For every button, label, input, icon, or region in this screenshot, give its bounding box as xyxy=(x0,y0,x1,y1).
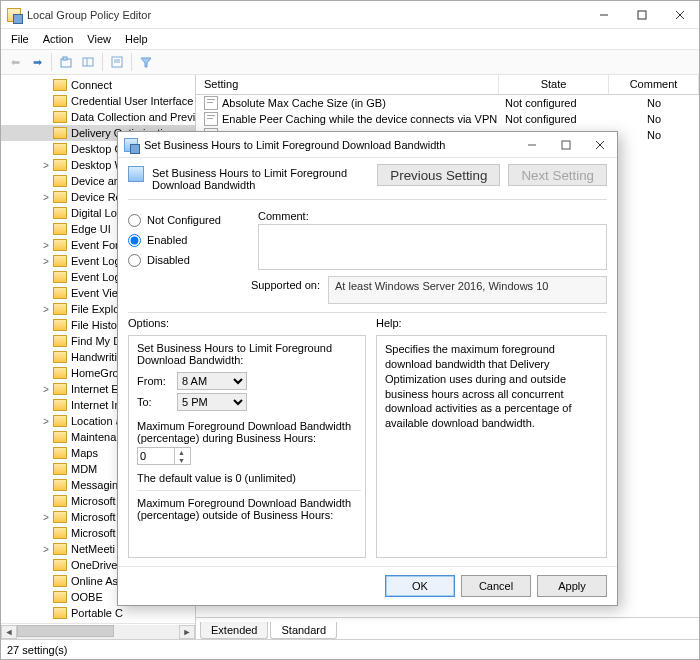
comment-input[interactable] xyxy=(258,224,607,270)
help-label: Help: xyxy=(366,317,607,329)
tree-item-label: Event For xyxy=(71,239,119,251)
tree-item-label: Location a xyxy=(71,415,122,427)
show-hide-icon[interactable] xyxy=(78,52,98,72)
svg-marker-11 xyxy=(141,58,151,67)
menu-action[interactable]: Action xyxy=(37,31,80,47)
menu-help[interactable]: Help xyxy=(119,31,154,47)
folder-icon xyxy=(53,287,67,299)
setting-name: Absolute Max Cache Size (in GB) xyxy=(222,97,499,109)
menu-file[interactable]: File xyxy=(5,31,35,47)
cancel-button[interactable]: Cancel xyxy=(461,575,531,597)
supported-value: At least Windows Server 2016, Windows 10 xyxy=(328,276,607,304)
folder-icon xyxy=(53,447,67,459)
col-setting[interactable]: Setting xyxy=(196,75,499,94)
folder-icon xyxy=(53,271,67,283)
tree-item[interactable]: Connect xyxy=(1,77,195,93)
setting-comment: No xyxy=(609,113,699,125)
max-obh-label: Maximum Foreground Download Bandwidth (p… xyxy=(137,497,361,521)
expand-icon[interactable]: > xyxy=(41,416,51,427)
expand-icon[interactable]: > xyxy=(41,384,51,395)
back-icon[interactable]: ⬅ xyxy=(5,52,25,72)
tree-item-label: Online As xyxy=(71,575,118,587)
expand-icon[interactable]: > xyxy=(41,160,51,171)
folder-icon xyxy=(53,383,67,395)
state-radios: Not Configured Enabled Disabled xyxy=(128,206,248,272)
folder-icon xyxy=(53,559,67,571)
radio-not-configured[interactable]: Not Configured xyxy=(128,210,248,230)
forward-icon[interactable]: ➡ xyxy=(27,52,47,72)
policy-name: Set Business Hours to Limit Foreground D… xyxy=(152,164,369,191)
expand-icon[interactable]: > xyxy=(41,240,51,251)
menubar: File Action View Help xyxy=(1,29,699,49)
next-setting-button[interactable]: Next Setting xyxy=(508,164,607,186)
tree-item[interactable]: Portable C xyxy=(1,605,195,621)
col-comment[interactable]: Comment xyxy=(609,75,699,94)
spin-up-icon[interactable]: ▲ xyxy=(174,448,188,456)
ok-button[interactable]: OK xyxy=(385,575,455,597)
tree-item-label: Internet In xyxy=(71,399,121,411)
default-note: The default value is 0 (unlimited) xyxy=(137,472,361,484)
tree-item-label: Microsoft xyxy=(71,495,116,507)
properties-icon[interactable] xyxy=(107,52,127,72)
from-select[interactable]: 8 AM xyxy=(177,372,247,390)
policy-dialog: Set Business Hours to Limit Foreground D… xyxy=(117,131,618,606)
tab-extended[interactable]: Extended xyxy=(200,622,268,639)
radio-disabled[interactable]: Disabled xyxy=(128,250,248,270)
folder-icon xyxy=(53,111,67,123)
expand-icon[interactable]: > xyxy=(41,304,51,315)
setting-comment: No xyxy=(609,129,699,141)
to-select[interactable]: 5 PM xyxy=(177,393,247,411)
list-row[interactable]: Enable Peer Caching while the device con… xyxy=(196,111,699,127)
up-icon[interactable] xyxy=(56,52,76,72)
spin-down-icon[interactable]: ▼ xyxy=(174,456,188,464)
expand-icon[interactable]: > xyxy=(41,512,51,523)
tree-item[interactable]: Data Collection and Preview xyxy=(1,109,195,125)
menu-view[interactable]: View xyxy=(81,31,117,47)
radio-enabled[interactable]: Enabled xyxy=(128,230,248,250)
expand-icon[interactable]: > xyxy=(41,544,51,555)
options-panel[interactable]: Set Business Hours to Limit Foreground D… xyxy=(128,335,366,558)
close-button[interactable] xyxy=(661,1,699,29)
folder-icon xyxy=(53,399,67,411)
svg-rect-6 xyxy=(83,58,93,66)
col-state[interactable]: State xyxy=(499,75,609,94)
dialog-minimize-button[interactable] xyxy=(515,132,549,158)
main-window: Local Group Policy Editor File Action Vi… xyxy=(0,0,700,660)
tree-item-label: Microsoft xyxy=(71,527,116,539)
tree-item-label: MDM xyxy=(71,463,97,475)
help-text: Specifies the maximum foreground downloa… xyxy=(385,343,572,429)
folder-icon xyxy=(53,511,67,523)
help-panel[interactable]: Specifies the maximum foreground downloa… xyxy=(376,335,607,558)
tree-scroll-right[interactable]: ► xyxy=(179,625,195,639)
minimize-button[interactable] xyxy=(585,1,623,29)
expand-icon[interactable]: > xyxy=(41,256,51,267)
max-bh-input[interactable]: ▲▼ xyxy=(137,447,191,465)
expand-icon[interactable]: > xyxy=(41,192,51,203)
tree-item-label: Device an xyxy=(71,175,120,187)
apply-button[interactable]: Apply xyxy=(537,575,607,597)
maximize-button[interactable] xyxy=(623,1,661,29)
tree-item-label: Maintena xyxy=(71,431,116,443)
tab-standard[interactable]: Standard xyxy=(270,622,337,639)
list-row[interactable]: Absolute Max Cache Size (in GB)Not confi… xyxy=(196,95,699,111)
tree-item-label: Digital Lo xyxy=(71,207,117,219)
svg-rect-5 xyxy=(63,57,67,60)
dialog-maximize-button[interactable] xyxy=(549,132,583,158)
tree-item-label: Event Vie xyxy=(71,287,118,299)
folder-icon xyxy=(53,607,67,619)
folder-icon xyxy=(53,415,67,427)
dialog-close-button[interactable] xyxy=(583,132,617,158)
tree-item-label: Edge UI xyxy=(71,223,111,235)
tree-item[interactable]: Credential User Interface xyxy=(1,93,195,109)
tree-scroll-track[interactable] xyxy=(17,625,179,639)
tree-scroll-left[interactable]: ◄ xyxy=(1,625,17,639)
folder-icon xyxy=(53,351,67,363)
status-bar: 27 setting(s) xyxy=(1,639,699,659)
options-label: Options: xyxy=(128,317,366,329)
folder-icon xyxy=(53,95,67,107)
supported-label: Supported on: xyxy=(128,276,320,291)
filter-icon[interactable] xyxy=(136,52,156,72)
tabs: Extended Standard xyxy=(196,617,699,639)
previous-setting-button[interactable]: Previous Setting xyxy=(377,164,500,186)
folder-icon xyxy=(53,319,67,331)
